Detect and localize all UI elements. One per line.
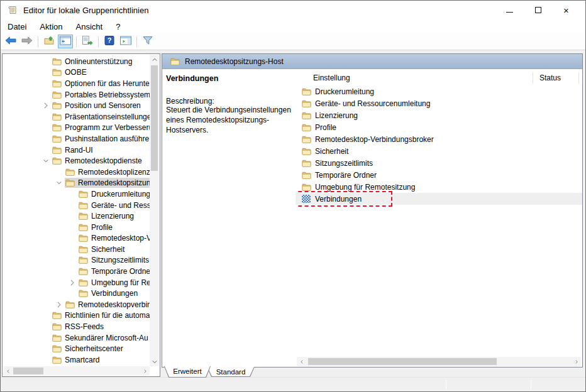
- tree-item-label: Remotedesktopverbin: [78, 300, 150, 309]
- tree-item-content: Sitzungszeitlimits: [78, 255, 150, 265]
- tree-item-profile[interactable]: Profile: [3, 222, 150, 233]
- tree-vertical-scrollbar[interactable]: [150, 55, 159, 366]
- tree-item-pushinstallation-ausf-hre[interactable]: Pushinstallation ausführe: [3, 133, 150, 144]
- back-arrow-button[interactable]: [3, 35, 18, 48]
- folder-icon: [79, 201, 88, 210]
- tab-erweitert[interactable]: Erweitert: [164, 366, 211, 378]
- chevron-expanded-icon[interactable]: [42, 157, 50, 165]
- tree-item-pr-sentationseinstellunge[interactable]: Präsentationseinstellunge: [3, 111, 150, 122]
- menu-item-help[interactable]: ?: [109, 21, 126, 33]
- tree-vscroll-thumb[interactable]: [151, 65, 158, 171]
- tree-item-optionen-f-r-das-herunte[interactable]: Optionen für das Herunte: [3, 78, 150, 89]
- tree-item-lizenzierung[interactable]: Lizenzierung: [3, 210, 150, 222]
- tree-item-verbindungen[interactable]: Verbindungen: [3, 288, 150, 299]
- tree-item-onlineunterst-tzung[interactable]: Onlineunterstützung: [3, 56, 150, 67]
- show-action-pane-button[interactable]: [118, 35, 133, 48]
- scroll-right-icon[interactable]: [140, 366, 150, 376]
- tree-item-label: Lizenzierung: [91, 212, 134, 220]
- chevron-spacer: [42, 91, 50, 99]
- tree-item-remotedesktopverbin[interactable]: Remotedesktopverbin: [3, 299, 150, 310]
- list-item-sicherheit[interactable]: Sicherheit: [296, 145, 582, 157]
- list-item-verbindungen[interactable]: Verbindungen: [296, 193, 582, 205]
- tree-item-sicherheitscenter[interactable]: Sicherheitscenter: [3, 343, 150, 354]
- chevron-collapsed-icon[interactable]: [69, 279, 76, 286]
- list-item-umgebung-f-r-remotesitzung[interactable]: Umgebung für Remotesitzung: [296, 181, 582, 193]
- tree-item-remotedesktopsitzun[interactable]: Remotedesktopsitzun: [3, 178, 150, 189]
- tree-item-content: Optionen für das Herunte: [52, 79, 150, 89]
- settings-list-area: Einstellung Status DruckerumleitungGerät…: [296, 69, 582, 367]
- tree-item-content: Rand-UI: [52, 145, 95, 155]
- tree-item-oobe[interactable]: OOBE: [3, 67, 150, 79]
- list-item-remotedesktop-verbindungsbroker[interactable]: Remotedesktop-Verbindungsbroker: [296, 133, 582, 145]
- list-item-druckerumleitung[interactable]: Druckerumleitung: [296, 85, 582, 97]
- tab-standard[interactable]: Standard: [207, 367, 255, 377]
- folder-icon: [302, 123, 311, 132]
- menu-item-aktion[interactable]: Aktion: [33, 21, 69, 33]
- console-tree-pane: OnlineunterstützungOOBEOptionen für das …: [2, 53, 160, 377]
- tree-item-programm-zur-verbesseru[interactable]: Programm zur Verbesseru: [3, 122, 150, 134]
- tree-item-sekund-rer-microsoft-au[interactable]: Sekundärer Microsoft-Au: [3, 332, 150, 344]
- column-divider[interactable]: [578, 72, 579, 84]
- tree-item-label: Remotedesktoplizenzi: [78, 168, 150, 177]
- show-console-tree-button[interactable]: [58, 35, 73, 48]
- list-horizontal-scrollbar[interactable]: [297, 357, 581, 366]
- scroll-right-icon[interactable]: [572, 357, 581, 366]
- tree-item-rand-ui[interactable]: Rand-UI: [3, 144, 150, 156]
- list-item-ger-te-und-ressourcenumleitung[interactable]: Geräte- und Ressourcenumleitung: [296, 97, 582, 109]
- tree-item-smartcard[interactable]: Smartcard: [3, 354, 150, 366]
- folder-icon: [79, 190, 88, 199]
- tree-horizontal-scrollbar[interactable]: [3, 366, 150, 376]
- menu-item-datei[interactable]: Datei: [1, 21, 33, 33]
- tree-item-richtlinien-f-r-die-automa[interactable]: Richtlinien für die automa: [3, 310, 150, 322]
- help-button[interactable]: ?: [102, 35, 117, 48]
- folder-icon: [302, 159, 311, 168]
- scroll-down-icon[interactable]: [150, 357, 159, 366]
- tree-item-content: RSS-Feeds: [52, 322, 106, 332]
- export-list-button[interactable]: [80, 35, 95, 48]
- status-bar: [1, 377, 585, 391]
- minimize-button[interactable]: [495, 1, 524, 19]
- tree-item-remotedesktoplizenzi[interactable]: Remotedesktoplizenzi: [3, 166, 150, 178]
- scroll-left-icon[interactable]: [297, 357, 306, 366]
- forward-arrow-button[interactable]: [19, 35, 35, 48]
- list-hscroll-thumb[interactable]: [308, 358, 497, 365]
- list-item-tempor-re-ordner[interactable]: Temporäre Ordner: [296, 169, 582, 181]
- list-item-sitzungszeitlimits[interactable]: Sitzungszeitlimits: [296, 157, 582, 169]
- folder-icon: [52, 79, 62, 88]
- column-header-status[interactable]: Status: [539, 74, 561, 82]
- tree-item-sitzungszeitlimits[interactable]: Sitzungszeitlimits: [3, 255, 150, 266]
- tree-item-druckerumleitung[interactable]: Druckerumleitung: [3, 188, 150, 200]
- up-one-level-button[interactable]: [41, 35, 57, 48]
- column-divider[interactable]: [533, 72, 533, 84]
- close-button[interactable]: ×: [552, 1, 580, 19]
- tree-item-portables-betriebssystem[interactable]: Portables Betriebssystem: [3, 89, 150, 101]
- maximize-button[interactable]: [524, 1, 552, 19]
- list-item-lizenzierung[interactable]: Lizenzierung: [296, 109, 582, 121]
- column-header-einstellung[interactable]: Einstellung: [313, 74, 350, 82]
- chevron-expanded-icon[interactable]: [55, 179, 63, 187]
- tree-item-rss-feeds[interactable]: RSS-Feeds: [3, 321, 150, 332]
- chevron-collapsed-icon[interactable]: [42, 102, 50, 109]
- tree-item-ger-te-und-resso[interactable]: Geräte- und Resso: [3, 200, 150, 211]
- tree-hscroll-thumb[interactable]: [13, 368, 43, 374]
- scroll-up-icon[interactable]: [150, 55, 159, 64]
- folder-icon: [52, 156, 62, 165]
- filter-button[interactable]: [140, 35, 155, 48]
- folder-icon: [52, 57, 62, 66]
- chevron-collapsed-icon[interactable]: [55, 301, 63, 308]
- list-item-label: Druckerumleitung: [315, 87, 374, 96]
- list-item-profile[interactable]: Profile: [296, 121, 582, 133]
- tree-item-content: Sicherheit: [78, 244, 126, 254]
- chevron-spacer: [42, 68, 50, 76]
- tree-item-tempor-re-ordner[interactable]: Temporäre Ordner: [3, 266, 150, 277]
- tree-item-sicherheit[interactable]: Sicherheit: [3, 244, 150, 255]
- tree-item-umgebung-f-r-re[interactable]: Umgebung für Re: [3, 277, 150, 288]
- menu-item-ansicht[interactable]: Ansicht: [70, 21, 109, 33]
- tree-item-remotedesktop-v[interactable]: Remotedesktop-V: [3, 233, 150, 244]
- tree-item-remotedesktopdienste[interactable]: Remotedesktopdienste: [3, 155, 150, 166]
- main-area: OnlineunterstützungOOBEOptionen für das …: [1, 51, 585, 376]
- chevron-spacer: [69, 212, 76, 220]
- scroll-left-icon[interactable]: [3, 366, 13, 376]
- chevron-spacer: [69, 268, 76, 275]
- tree-item-position-und-sensoren[interactable]: Position und Sensoren: [3, 100, 150, 111]
